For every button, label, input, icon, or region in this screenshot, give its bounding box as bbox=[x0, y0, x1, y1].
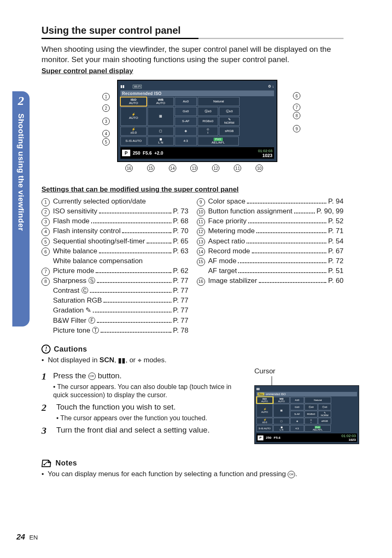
callout-13: 13 bbox=[190, 164, 198, 172]
setting-number: 16 bbox=[197, 278, 205, 286]
setting-item: 16Image stabilizerP. 60 bbox=[197, 276, 344, 286]
setting-page: P. 52 bbox=[328, 216, 344, 226]
mini-mode: P bbox=[258, 435, 263, 440]
title-underline bbox=[42, 38, 344, 39]
leader-dots bbox=[248, 222, 326, 223]
setting-label: Sequential shooting/self-timer bbox=[53, 236, 145, 246]
setting-page: P. 77 bbox=[173, 306, 189, 315]
mini-rgb: RGB±0 bbox=[304, 411, 318, 417]
section-title: Using the super control panel bbox=[42, 25, 344, 36]
lcd-bottom-row: S-IS AUTO ◼ L N 4:3 Fn1AEL/AFL bbox=[120, 137, 274, 146]
lcd-wb-cell: WBAUTO bbox=[148, 97, 174, 106]
setting-page: P. 77 bbox=[173, 276, 189, 286]
callout-7: 7 bbox=[293, 104, 300, 111]
mini-face: ☺i bbox=[304, 418, 318, 424]
setting-number: 15 bbox=[197, 258, 205, 266]
leader-dots bbox=[99, 213, 171, 213]
setting-number: 2 bbox=[42, 208, 50, 216]
lcd-face-cell: ☺ i bbox=[198, 127, 218, 136]
bottom-callouts: 16 15 14 13 12 11 10 bbox=[117, 164, 277, 172]
setting-page: P. 60 bbox=[328, 276, 344, 286]
cursor-label: Cursor bbox=[254, 367, 359, 375]
mini-bottom-row: S-IS AUTO ◼L N 4:3 Fn1 AEL/AFL bbox=[256, 425, 357, 432]
lcd-a-cell: A±0 bbox=[175, 97, 197, 106]
mini-flash: ⚡AUTO bbox=[256, 404, 273, 417]
mini-meter: ◈ bbox=[290, 418, 304, 424]
setting-item: AF targetP. 51 bbox=[197, 266, 344, 276]
mini-fn-ael: Fn1 AEL/AFL bbox=[304, 425, 331, 432]
mini-c: Ⓒ±0 bbox=[318, 404, 331, 410]
setting-page: P. 71 bbox=[328, 226, 344, 236]
setting-page: P. 54 bbox=[328, 236, 344, 246]
leader-dots bbox=[90, 292, 171, 293]
callout-12: 12 bbox=[212, 164, 219, 172]
cautions-text: Not displayed in SCN, ▮▮, or ⌖ modes. bbox=[48, 356, 166, 364]
mini-grad: ✎NORM bbox=[318, 411, 331, 417]
step-body: Touch the function you wish to set.• The… bbox=[56, 402, 207, 422]
leader-dots bbox=[294, 213, 315, 213]
lcd-grad-cell: ✎NORM bbox=[219, 117, 240, 126]
setting-number: 6 bbox=[42, 248, 50, 256]
setting-page: P. 72 bbox=[328, 256, 344, 266]
leader-dots bbox=[252, 252, 327, 253]
setting-item: 9Color spaceP. 94 bbox=[197, 197, 344, 206]
page-lang: EN bbox=[29, 534, 38, 541]
leader-dots bbox=[97, 322, 171, 323]
notes-icon bbox=[41, 459, 53, 468]
lcd-rectime: 01:02:03 bbox=[258, 149, 272, 153]
setting-page: P. 77 bbox=[173, 286, 189, 296]
setting-label: AF mode bbox=[208, 256, 237, 266]
setting-item: Picture tone ⓉP. 78 bbox=[42, 326, 189, 336]
setting-gear-icon: ⚙ ↓ bbox=[268, 84, 274, 88]
leader-dots bbox=[93, 312, 171, 313]
mini-grid: ISOAUTO WBAUTO A±0 Natural ⚡AUTO ▦ G±0 Ⓢ… bbox=[256, 397, 357, 424]
settings-list-title: Settings that can be modified using the … bbox=[42, 185, 239, 194]
setting-page: P. 77 bbox=[173, 296, 189, 306]
setting-item: 2ISO sensitivityP. 73 bbox=[42, 206, 189, 216]
step: 2Touch the function you wish to set.• Th… bbox=[42, 402, 243, 422]
setting-item: 5Sequential shooting/self-timerP. 65 bbox=[42, 236, 189, 246]
step-body: Turn the front dial and select a setting… bbox=[56, 425, 210, 436]
mini-aftarget: ▦ bbox=[273, 404, 290, 417]
setting-page: P. 73 bbox=[173, 206, 189, 216]
setting-item: 12Metering modeP. 71 bbox=[197, 226, 344, 236]
lcd-grid: ISOAUTO WBAUTO A±0 Natural ⚡AUTO ▦ G±0 Ⓢ… bbox=[120, 97, 274, 136]
setting-number: 1 bbox=[42, 198, 50, 206]
setting-page: P. 70 bbox=[173, 226, 189, 236]
leader-dots bbox=[101, 332, 171, 333]
lcd-aspect-cell: 4:3 bbox=[175, 137, 197, 146]
leader-dots bbox=[97, 282, 171, 283]
mini-drive: ▢ bbox=[273, 418, 290, 424]
setting-item: B&W Filter ⒻP. 77 bbox=[42, 316, 189, 326]
setting-label: ISO sensitivity bbox=[53, 206, 97, 216]
setting-item: 1Currently selected option/date bbox=[42, 197, 189, 206]
setting-item: 8Sharpness ⓈP. 77 bbox=[42, 276, 189, 286]
notes-header: Notes bbox=[42, 459, 344, 468]
mini-flashcomp: ⚡±0.0 bbox=[256, 418, 273, 424]
setting-label: Currently selected option/date bbox=[53, 197, 146, 206]
leader-dots bbox=[247, 243, 326, 243]
lcd-mode: P bbox=[122, 150, 130, 156]
setting-label: Button function assignment bbox=[208, 206, 293, 216]
setting-page: P. 68 bbox=[173, 216, 189, 226]
setting-item: 3Flash modeP. 68 bbox=[42, 216, 189, 226]
cursor-block: Cursor ▮▮ Recommended ISO ISOAUTO WBAUTO… bbox=[254, 367, 359, 444]
mini-srgb: sRGB bbox=[318, 418, 331, 424]
step: 3Turn the front dial and select a settin… bbox=[42, 425, 243, 436]
mini-g: G±0 bbox=[290, 404, 304, 410]
scp-lcd: ▮▮ Wi-Fi ⚙ ↓ Recommended ISO ISOAUTO WBA… bbox=[117, 80, 277, 162]
step-number: 1 bbox=[42, 371, 47, 400]
mini-rectime: 01:02:03 bbox=[341, 434, 356, 438]
setting-label: Flash mode bbox=[53, 216, 90, 226]
leader-dots bbox=[104, 302, 171, 303]
setting-number: 4 bbox=[42, 228, 50, 236]
setting-number: 14 bbox=[197, 248, 205, 256]
lcd-srgb-cell: sRGB bbox=[219, 127, 240, 136]
setting-number: 11 bbox=[197, 218, 205, 226]
lcd-info-row: P 250 F5.6 +2.0 01:02:031023 bbox=[120, 147, 274, 159]
callout-8: 8 bbox=[293, 112, 300, 119]
step-number: 3 bbox=[42, 425, 51, 436]
leader-dots bbox=[99, 252, 171, 253]
notes-text: You can display menus for each function … bbox=[48, 470, 297, 478]
mini-iso: ISOAUTO bbox=[256, 397, 273, 403]
